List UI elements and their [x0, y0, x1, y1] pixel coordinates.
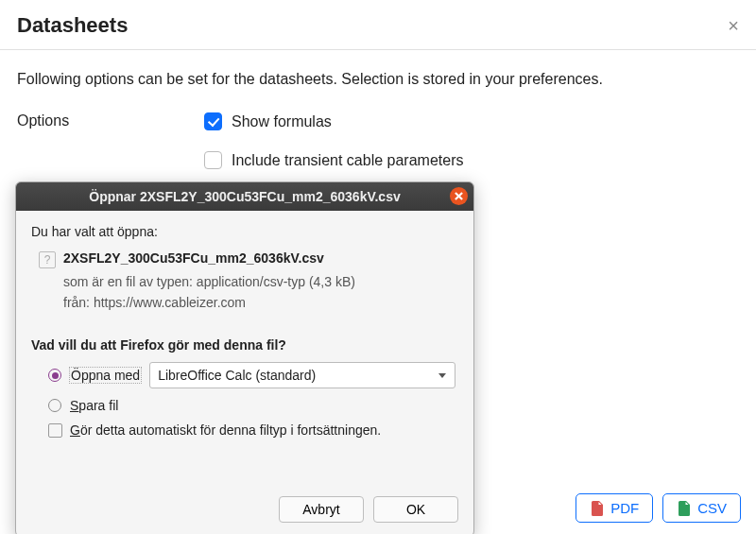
- file-from-text: från: https://www.cableizer.com: [63, 293, 458, 314]
- show-formulas-checkbox[interactable]: [204, 112, 222, 130]
- file-icon: ?: [39, 251, 56, 268]
- cancel-button[interactable]: Avbryt: [279, 496, 364, 523]
- close-icon: [455, 192, 463, 200]
- auto-label: Gör detta automatiskt för denna filtyp i…: [70, 422, 381, 438]
- open-with-label: Öppna med: [69, 367, 142, 384]
- dialog-question: Vad vill du att Firefox gör med denna fi…: [31, 337, 458, 353]
- save-file-label: Spara fil: [69, 398, 119, 413]
- download-dialog: Öppnar 2XSFL2Y_300Cu53FCu_mm2_6036kV.csv…: [15, 181, 474, 534]
- you-chose-text: Du har valt att öppna:: [31, 224, 458, 239]
- dialog-close-button[interactable]: [450, 187, 468, 205]
- dialog-titlebar[interactable]: Öppnar 2XSFL2Y_300Cu53FCu_mm2_6036kV.csv: [16, 182, 473, 211]
- open-with-select[interactable]: LibreOffice Calc (standard): [149, 362, 455, 388]
- pdf-button[interactable]: PDF: [576, 493, 653, 523]
- auto-checkbox[interactable]: [48, 423, 62, 438]
- file-name: 2XSFL2Y_300Cu53FCu_mm2_6036kV.csv: [63, 250, 324, 266]
- open-with-radio[interactable]: [48, 369, 61, 382]
- options-label: Options: [17, 112, 204, 190]
- dialog-title: Öppnar 2XSFL2Y_300Cu53FCu_mm2_6036kV.csv: [89, 189, 400, 204]
- csv-label: CSV: [697, 500, 727, 516]
- include-transient-label: Include transient cable parameters: [232, 152, 463, 169]
- save-file-radio[interactable]: [48, 399, 61, 412]
- show-formulas-label: Show formulas: [232, 113, 332, 130]
- csv-button[interactable]: CSV: [662, 493, 741, 523]
- open-with-select-value: LibreOffice Calc (standard): [158, 368, 316, 383]
- intro-text: Following options can be set for the dat…: [17, 71, 739, 88]
- file-type-text: som är en fil av typen: application/csv-…: [63, 272, 458, 293]
- include-transient-checkbox[interactable]: [204, 151, 222, 169]
- pdf-label: PDF: [610, 500, 639, 516]
- pdf-icon: [590, 501, 605, 516]
- close-icon[interactable]: ×: [728, 16, 739, 35]
- page-title: Datasheets: [17, 13, 128, 38]
- ok-button[interactable]: OK: [373, 496, 458, 523]
- csv-icon: [677, 501, 692, 516]
